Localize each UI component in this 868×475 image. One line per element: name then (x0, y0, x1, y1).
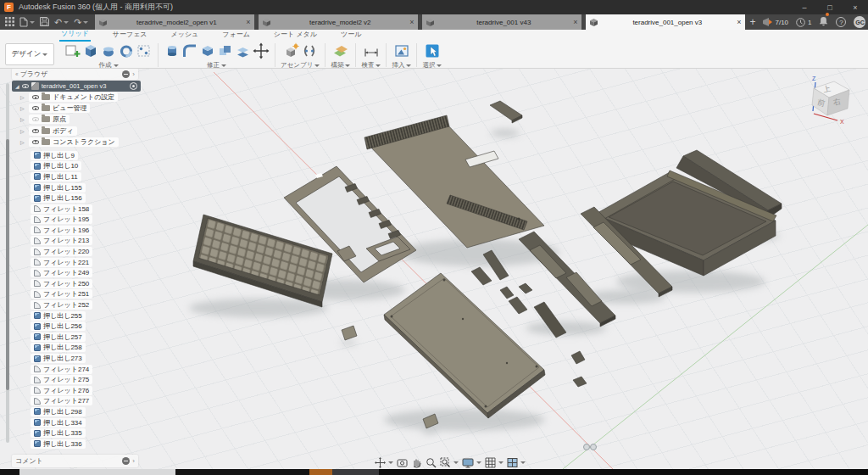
document-tab[interactable]: teradrive_001 v43 × (422, 14, 581, 30)
look-at-button[interactable] (397, 457, 408, 468)
visibility-eye-icon[interactable] (32, 117, 39, 121)
fillet-icon[interactable] (181, 42, 198, 59)
file-menu-icon[interactable] (19, 17, 35, 27)
select-cursor-icon[interactable] (424, 42, 441, 59)
move-icon[interactable] (253, 42, 270, 59)
insert-group-label[interactable]: 挿入 (392, 61, 411, 70)
feature-row[interactable]: 押し出し256 (12, 321, 141, 332)
feature-row[interactable]: フィレット196 (12, 225, 141, 236)
design-workspace-button[interactable]: デザイン (5, 43, 54, 65)
tab-close-icon[interactable]: × (409, 18, 414, 26)
collapse-panel-icon[interactable] (122, 457, 130, 465)
browser-folder-row[interactable]: ▷ ボディ (12, 126, 141, 137)
visibility-eye-icon[interactable] (32, 106, 39, 110)
fit-button[interactable] (440, 457, 459, 468)
feature-row[interactable]: 押し出し9 (12, 150, 141, 161)
minimize-button[interactable]: – (792, 0, 817, 14)
feature-row[interactable]: フィレット158 (12, 204, 141, 215)
maximize-button[interactable]: □ (817, 0, 843, 14)
document-tab[interactable]: teradrive_model2_open v1 × (95, 14, 254, 30)
activate-radio[interactable] (130, 82, 137, 90)
disclosure-triangle-icon[interactable]: ▷ (20, 94, 26, 100)
feature-row[interactable]: 押し出し273 (12, 353, 141, 364)
help-button[interactable]: ? (836, 17, 846, 27)
viewports-button[interactable] (507, 457, 526, 468)
feature-row[interactable]: 押し出し155 (12, 182, 141, 193)
browser-scrollbar-thumb[interactable] (6, 139, 9, 390)
panel-chevron-icon[interactable]: › (132, 70, 135, 78)
feature-row[interactable]: フィレット250 (12, 278, 141, 289)
tab-close-icon[interactable]: × (246, 18, 250, 26)
extrude-icon[interactable] (82, 42, 99, 59)
disclosure-triangle-icon[interactable]: ▷ (20, 139, 26, 145)
new-tab-button[interactable]: + (749, 16, 755, 28)
feature-row[interactable]: 押し出し257 (12, 332, 141, 343)
feature-row[interactable]: 押し出し11 (12, 171, 141, 182)
disclosure-triangle-icon[interactable]: ▷ (20, 116, 26, 122)
browser-folder-row[interactable]: ▷ 原点 (12, 114, 141, 125)
feature-row[interactable]: フィレット221 (12, 257, 141, 268)
save-icon[interactable] (40, 14, 49, 30)
disclosure-triangle-icon[interactable]: ▷ (20, 105, 26, 111)
expand-icon[interactable]: ◢ (15, 83, 19, 89)
account-avatar[interactable]: GC (854, 16, 865, 28)
feature-row[interactable]: フィレット277 (12, 396, 141, 407)
modify-group-label[interactable]: 修正 (207, 61, 226, 70)
collapse-panel-icon[interactable] (122, 70, 130, 78)
ribbon-tab[interactable]: ソリッド (59, 28, 91, 42)
feature-row[interactable]: フィレット276 (12, 385, 141, 396)
orbit-button[interactable] (375, 457, 393, 468)
visibility-eye-icon[interactable] (22, 84, 29, 88)
undo-icon[interactable]: ↶ (54, 18, 69, 27)
feature-row[interactable]: 押し出し255 (12, 310, 141, 321)
assemble-group-label[interactable]: アセンブリ (281, 61, 320, 70)
insert-image-icon[interactable] (393, 42, 410, 59)
browser-folder-row[interactable]: ▷ ビュー管理 (12, 103, 141, 114)
zoom-button[interactable] (426, 457, 437, 468)
ribbon-tab[interactable]: シート メタル (272, 29, 319, 41)
construction-plane-icon[interactable] (332, 42, 349, 59)
display-settings-button[interactable] (462, 457, 481, 468)
feature-row[interactable]: 押し出し334 (12, 417, 141, 428)
create-group-label[interactable]: 作成 (99, 61, 119, 70)
revolve-icon[interactable] (100, 42, 117, 59)
visibility-eye-icon[interactable] (32, 140, 39, 144)
notifications-button[interactable] (819, 14, 828, 30)
tab-close-icon[interactable]: × (573, 18, 577, 26)
feature-row[interactable]: フィレット251 (12, 289, 141, 300)
comments-panel[interactable]: コメント › (12, 455, 138, 467)
select-group-label[interactable]: 選択 (422, 61, 442, 70)
press-pull-icon[interactable] (164, 42, 181, 59)
ribbon-tab[interactable]: ツール (339, 29, 363, 41)
new-component-icon[interactable] (283, 42, 300, 59)
visibility-eye-icon[interactable] (32, 129, 39, 133)
ribbon-tab[interactable]: サーフェス (111, 29, 149, 41)
feature-row[interactable]: 押し出し298 (12, 406, 141, 417)
construct-group-label[interactable]: 構築 (331, 61, 350, 70)
panel-chevron-icon[interactable]: › (132, 457, 135, 465)
feature-row[interactable]: フィレット195 (12, 215, 141, 226)
joint-icon[interactable] (301, 42, 318, 59)
document-tab[interactable]: teradrive_model2 v2 × (259, 14, 418, 30)
redo-icon[interactable]: ↷ (74, 18, 88, 27)
disclosure-triangle-icon[interactable]: ▷ (20, 128, 26, 134)
browser-folder-row[interactable]: ▷ コンストラクション (12, 137, 141, 148)
feature-row[interactable]: 押し出し10 (12, 161, 141, 172)
browser-header[interactable]: ‹‹ ブラウザ › (12, 68, 138, 80)
pan-button[interactable] (411, 457, 422, 468)
document-tab[interactable]: teradrive_001_open v3 × (586, 14, 745, 30)
close-button[interactable]: × (843, 0, 868, 14)
feature-row[interactable]: フィレット249 (12, 267, 141, 278)
feature-row[interactable]: フィレット213 (12, 236, 141, 247)
inspect-group-label[interactable]: 検査 (361, 61, 381, 70)
quota-badge[interactable]: 7/10 (763, 18, 788, 26)
app-grid-icon[interactable] (5, 14, 14, 30)
visibility-eye-icon[interactable] (32, 95, 39, 99)
browser-folder-row[interactable]: ▷ ドキュメントの設定 (12, 92, 141, 103)
shell-icon[interactable] (199, 42, 216, 59)
feature-row[interactable]: フィレット252 (12, 299, 141, 310)
job-status-badge[interactable]: 1 (796, 18, 811, 27)
offset-plane-icon[interactable] (235, 42, 252, 59)
grid-settings-button[interactable] (485, 457, 504, 468)
view-cube[interactable]: Z X 上 前 右 (795, 71, 868, 136)
